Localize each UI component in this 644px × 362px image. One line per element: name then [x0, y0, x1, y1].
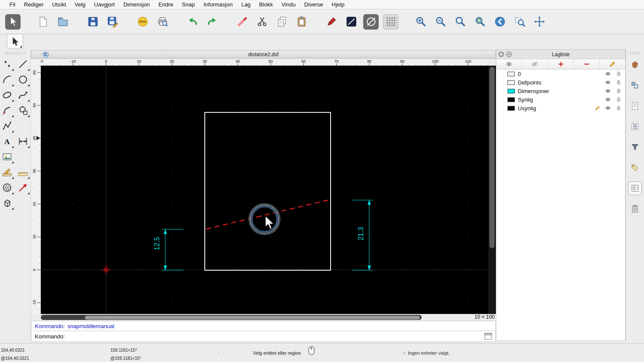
tool-image[interactable]: [0, 150, 14, 164]
open-file-button[interactable]: [55, 14, 70, 30]
grid-toggle-button[interactable]: [383, 14, 398, 30]
tool-lines[interactable]: [16, 57, 30, 71]
layer-row-usynlig[interactable]: Usynlig: [496, 104, 625, 112]
tool-pen-ruler[interactable]: [0, 165, 14, 179]
dock-command-history-button[interactable]: [628, 99, 642, 113]
dock-entity-list-button[interactable]: [628, 120, 642, 133]
tool-circles[interactable]: [16, 72, 30, 87]
dock-layer-list-button[interactable]: [628, 181, 642, 195]
menu-fil[interactable]: Fil: [5, 1, 20, 8]
svg-export-button[interactable]: SVG: [135, 14, 150, 30]
layer-color-swatch[interactable]: [507, 72, 515, 76]
layer-visibility-eye-icon[interactable]: [603, 88, 611, 94]
tool-solids[interactable]: [0, 196, 14, 210]
menu-dimensjon[interactable]: Dimensjon: [119, 1, 154, 8]
dock-strip-grip[interactable]: [629, 51, 641, 54]
zoom-window-button[interactable]: [512, 14, 527, 30]
line-attributes-button[interactable]: [343, 14, 359, 30]
layer-visibility-eye-icon[interactable]: [603, 79, 611, 85]
menu-endre[interactable]: Endre: [154, 1, 178, 8]
drawing-canvas[interactable]: 12.5 21.3: [41, 66, 488, 314]
menu-snap[interactable]: Snap: [178, 1, 199, 8]
palette-grip[interactable]: [4, 51, 26, 54]
float-panel-icon[interactable]: [506, 51, 512, 57]
menu-informasjon[interactable]: Informasjon: [199, 1, 237, 8]
show-all-button[interactable]: [496, 59, 522, 69]
layer-row-dimensjoner[interactable]: Dimensjoner: [496, 87, 625, 95]
horizontal-scrollbar-thumb[interactable]: [85, 316, 420, 320]
layer-lock-icon[interactable]: [614, 71, 622, 77]
tool-explode[interactable]: [16, 181, 30, 195]
save-button[interactable]: [85, 14, 100, 30]
tool-arcs[interactable]: [0, 72, 14, 87]
layer-color-swatch[interactable]: [507, 80, 515, 85]
layer-lock-icon[interactable]: [614, 105, 622, 111]
copy-button[interactable]: [274, 14, 289, 30]
zoom-auto-button[interactable]: [453, 14, 468, 30]
tool-points[interactable]: [0, 57, 14, 71]
vertical-scrollbar[interactable]: [488, 66, 496, 314]
layer-lock-icon[interactable]: [614, 97, 622, 103]
menu-vindu[interactable]: Vindu: [277, 1, 300, 8]
redo-button[interactable]: [204, 14, 220, 30]
hide-all-button[interactable]: [522, 59, 548, 69]
tool-arc-tangent[interactable]: [0, 103, 14, 118]
delete-button[interactable]: [234, 14, 250, 30]
dock-clipboard-panel-button[interactable]: [628, 202, 642, 216]
layer-visibility-eye-icon[interactable]: [603, 71, 611, 77]
tool-text[interactable]: A: [0, 134, 14, 148]
zoom-in-button[interactable]: [413, 14, 428, 30]
tool-polygons[interactable]: [16, 103, 30, 118]
menu-utsikt[interactable]: Utsikt: [48, 1, 70, 8]
layer-visibility-eye-icon[interactable]: [603, 97, 611, 103]
print-preview-button[interactable]: [155, 14, 170, 30]
menu-uavgjort[interactable]: Uavgjort: [90, 1, 119, 8]
layer-lock-icon[interactable]: [614, 79, 622, 85]
save-as-button[interactable]: [105, 14, 120, 30]
menu-velg[interactable]: Velg: [70, 1, 90, 8]
zoom-out-button[interactable]: [433, 14, 448, 30]
zoom-pan-button[interactable]: [532, 14, 547, 30]
paste-button[interactable]: [294, 14, 309, 30]
horizontal-scrollbar[interactable]: [41, 315, 422, 320]
tool-polylines[interactable]: [0, 119, 14, 133]
tool-dimensions[interactable]: [16, 134, 30, 148]
tool-measure[interactable]: [16, 165, 30, 179]
menu-lag[interactable]: Lag: [237, 1, 255, 8]
dock-library-browser-button[interactable]: [628, 58, 642, 72]
draft-pen-button[interactable]: [324, 14, 339, 30]
dock-tag-button[interactable]: [628, 161, 642, 175]
layer-color-swatch[interactable]: [507, 97, 515, 102]
menu-blokk[interactable]: Blokk: [255, 1, 277, 8]
add-layer-button[interactable]: [548, 59, 574, 69]
cut-button[interactable]: [254, 14, 270, 30]
circle-attributes-button[interactable]: [363, 14, 379, 30]
restore-window-icon[interactable]: [484, 333, 492, 340]
new-document-button[interactable]: [35, 14, 51, 30]
layer-lock-icon[interactable]: [614, 88, 622, 94]
remove-layer-button[interactable]: [574, 59, 600, 69]
undo-button[interactable]: [185, 14, 200, 30]
select-arrow-button[interactable]: [5, 14, 21, 30]
command-input-line[interactable]: Kommando:: [31, 331, 495, 342]
layer-color-swatch[interactable]: [507, 89, 515, 94]
tool-ellipses[interactable]: [0, 88, 14, 102]
layer-visibility-eye-icon[interactable]: [603, 105, 611, 111]
layer-row-synlig[interactable]: Synlig: [496, 95, 625, 104]
layer-color-swatch[interactable]: [507, 106, 515, 111]
menu-rediger[interactable]: Rediger: [20, 1, 48, 8]
zoom-previous-button[interactable]: [492, 14, 507, 30]
zoom-redraw-button[interactable]: [472, 14, 488, 30]
edit-layer-button[interactable]: [600, 59, 625, 69]
selection-tool-button[interactable]: [7, 34, 23, 49]
dock-filter-button[interactable]: [628, 140, 642, 154]
tool-hatch[interactable]: [0, 181, 14, 195]
menu-diverse[interactable]: Diverse: [300, 1, 327, 8]
document-titlebar[interactable]: distance2.dxf: [31, 50, 496, 59]
vertical-scrollbar-thumb[interactable]: [489, 67, 495, 248]
close-panel-icon[interactable]: [498, 51, 504, 57]
layer-row-0[interactable]: 0: [496, 69, 625, 78]
layer-row-defpoints[interactable]: Defpoints: [496, 78, 625, 87]
tool-splines[interactable]: [16, 88, 30, 102]
dock-block-list-button[interactable]: [628, 78, 642, 92]
